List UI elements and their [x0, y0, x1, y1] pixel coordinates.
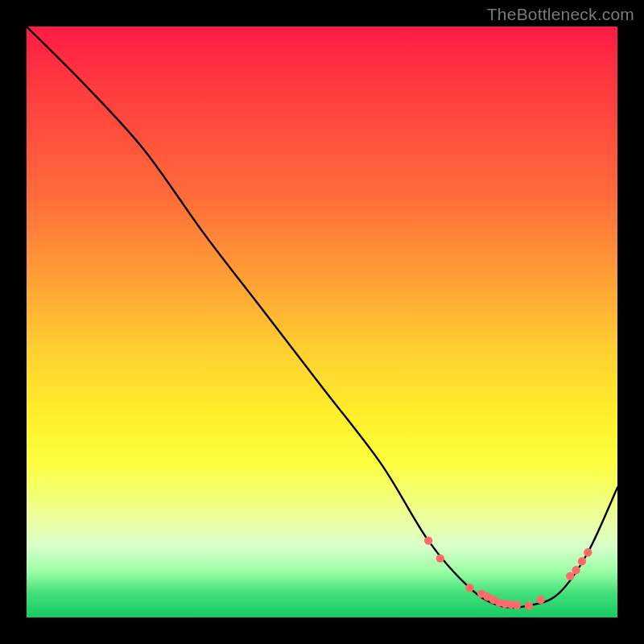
marker-dot: [436, 554, 444, 562]
marker-dots: [424, 536, 592, 609]
chart-frame: TheBottleneck.com: [0, 0, 644, 644]
marker-dot: [536, 596, 544, 604]
marker-dot: [465, 584, 473, 592]
plot-area: [27, 27, 617, 617]
marker-dot: [566, 572, 574, 580]
watermark-text: TheBottleneck.com: [487, 5, 634, 24]
marker-dot: [578, 557, 586, 565]
marker-dot: [513, 601, 521, 609]
curve-path: [27, 27, 617, 608]
marker-dot: [572, 566, 580, 574]
chart-svg: [27, 27, 617, 617]
marker-dot: [424, 536, 432, 544]
marker-dot: [525, 601, 533, 609]
marker-dot: [584, 548, 592, 556]
